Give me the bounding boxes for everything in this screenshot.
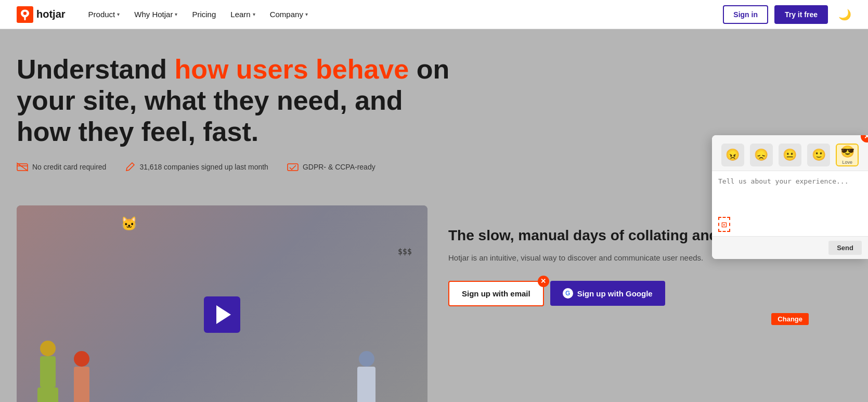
signup-email-button[interactable]: Sign up with email	[448, 281, 544, 306]
love-emoji-label: Love	[843, 160, 853, 165]
try-free-button[interactable]: Try it free	[774, 5, 828, 24]
neutral-emoji-icon: 😐	[783, 148, 797, 162]
nav-product[interactable]: Product ▾	[82, 6, 126, 23]
close-email-button[interactable]: ✕	[538, 276, 549, 287]
svg-point-1	[23, 11, 27, 15]
hero-badges: No credit card required 31,618 companies…	[17, 162, 451, 172]
signup-google-label: Sign up with Google	[577, 289, 653, 298]
figure-2	[74, 351, 89, 402]
angry-emoji-icon: 😠	[726, 148, 740, 162]
chevron-down-icon: ▾	[305, 11, 308, 17]
cat-illustration: 🐱	[121, 216, 137, 232]
feedback-emoji-happy[interactable]: 🙂	[807, 144, 830, 166]
badge-companies: 31,618 companies signed up last month	[125, 162, 268, 172]
feedback-emoji-sad[interactable]: 😞	[750, 144, 773, 166]
logo[interactable]: hotjar	[17, 6, 66, 23]
pencil-icon	[125, 162, 135, 172]
nav-actions: Sign in Try it free 🌙	[723, 5, 851, 24]
chevron-down-icon: ▾	[253, 11, 255, 17]
chevron-down-icon: ▾	[117, 11, 120, 17]
figure-1	[32, 341, 63, 402]
svg-rect-5	[288, 164, 298, 171]
nav-pricing[interactable]: Pricing	[186, 6, 222, 23]
happy-emoji-icon: 🙂	[812, 148, 826, 162]
signin-button[interactable]: Sign in	[723, 5, 768, 24]
gdpr-icon	[287, 162, 299, 172]
signup-google-button[interactable]: G Sign up with Google	[550, 281, 665, 306]
hotjar-logo-icon	[17, 6, 33, 23]
feedback-textarea[interactable]	[712, 171, 868, 213]
signup-buttons: Sign up with email ✕ G Sign up with Goog…	[448, 281, 851, 306]
dark-mode-toggle[interactable]: 🌙	[838, 8, 851, 21]
badge-gdpr: GDPR- & CCPA-ready	[287, 162, 375, 172]
love-emoji-icon: 😎	[840, 145, 854, 159]
chevron-down-icon: ▾	[175, 11, 177, 17]
video-player[interactable]: 🐱 $$$ 1:18	[17, 205, 427, 402]
badge-no-credit-card: No credit card required	[17, 162, 106, 172]
no-credit-card-icon	[17, 162, 28, 172]
feedback-widget: ✕ 😠 😞 😐 🙂 😎 Love ⊡ Send	[712, 135, 868, 259]
logo-text: hotjar	[36, 8, 66, 20]
feedback-emoji-angry[interactable]: 😠	[721, 144, 744, 166]
email-signup-wrapper: Sign up with email ✕	[448, 281, 544, 306]
feedback-send-button[interactable]: Send	[828, 241, 862, 255]
nav-company[interactable]: Company ▾	[264, 6, 314, 23]
video-illustration: 🐱 $$$	[17, 205, 427, 402]
navbar: hotjar Product ▾ Why Hotjar ▾ Pricing Le…	[0, 0, 868, 29]
dollar-signs-illustration: $$$	[398, 247, 412, 256]
sad-emoji-icon: 😞	[754, 148, 768, 162]
figure-3	[357, 351, 375, 402]
hero-title-start: Understand	[17, 54, 174, 84]
nav-why-hotjar[interactable]: Why Hotjar ▾	[128, 6, 184, 23]
change-button[interactable]: Change	[771, 313, 809, 325]
screenshot-icon[interactable]: ⊡	[718, 217, 730, 232]
feedback-emoji-row: 😠 😞 😐 🙂 😎 Love	[712, 135, 868, 171]
feedback-footer: Send	[712, 236, 868, 259]
google-icon: G	[563, 288, 573, 299]
nav-learn[interactable]: Learn ▾	[224, 6, 261, 23]
nav-items: Product ▾ Why Hotjar ▾ Pricing Learn ▾ C…	[82, 6, 723, 23]
feedback-emoji-love[interactable]: 😎 Love	[836, 144, 859, 166]
hero-section: Understand how users behave on your site…	[0, 29, 468, 205]
hero-title: Understand how users behave on your site…	[17, 54, 451, 147]
video-container: 🐱 $$$ 1:18	[17, 205, 427, 402]
feedback-screenshot-area: ⊡	[712, 215, 868, 236]
hero-title-highlight: how users behave	[174, 54, 409, 84]
feedback-emoji-neutral[interactable]: 😐	[779, 144, 801, 166]
